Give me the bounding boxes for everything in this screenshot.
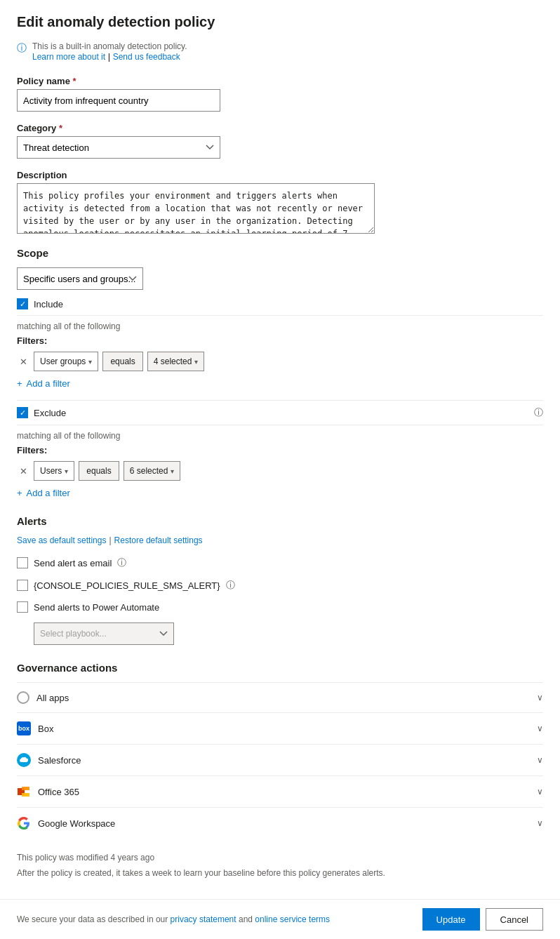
scope-title: Scope bbox=[17, 247, 543, 259]
google-chevron: ∨ bbox=[537, 818, 543, 828]
include-filter-row: ✕ User groups ▾ equals 4 selected ▾ bbox=[17, 352, 543, 371]
include-filter-remove[interactable]: ✕ bbox=[17, 357, 29, 367]
add-filter-label: Add a filter bbox=[27, 378, 70, 389]
filter-value-chevron: ▾ bbox=[194, 358, 198, 366]
description-label: Description bbox=[17, 170, 543, 180]
add-filter-label-2: Add a filter bbox=[27, 488, 70, 498]
plus-icon-2: + bbox=[17, 488, 22, 498]
exclude-label: Exclude bbox=[34, 408, 66, 418]
include-row: ✓ Include bbox=[17, 298, 543, 309]
send-feedback-link[interactable]: Send us feedback bbox=[113, 52, 180, 62]
sms-label: {CONSOLE_POLICIES_RULE_SMS_ALERT} bbox=[34, 580, 220, 591]
alerts-links: Save as default settings | Restore defau… bbox=[17, 535, 543, 545]
exclude-filter-row: ✕ Users ▾ equals 6 selected ▾ bbox=[17, 461, 543, 481]
info-note: After the policy is created, it takes a … bbox=[17, 868, 543, 878]
include-checkbox[interactable]: ✓ bbox=[17, 298, 28, 309]
learn-more-link[interactable]: Learn more about it bbox=[32, 52, 105, 62]
power-automate-label: Send alerts to Power Automate bbox=[34, 602, 159, 613]
svg-rect-1 bbox=[22, 787, 29, 790]
exclude-filter-operator: equals bbox=[79, 461, 119, 481]
alerts-section: Alerts Save as default settings | Restor… bbox=[17, 515, 543, 645]
all-apps-chevron: ∨ bbox=[537, 693, 543, 702]
category-label: Category bbox=[17, 123, 543, 133]
footer-text: We secure your data as described in our … bbox=[17, 914, 330, 924]
alerts-title: Alerts bbox=[17, 515, 543, 527]
box-chevron: ∨ bbox=[537, 724, 543, 733]
plus-icon: + bbox=[17, 378, 22, 389]
sms-info-icon[interactable]: ⓘ bbox=[226, 579, 235, 592]
include-add-filter[interactable]: + Add a filter bbox=[17, 378, 543, 389]
modified-note: This policy was modified 4 years ago bbox=[17, 853, 543, 863]
send-email-label: Send alert as email bbox=[34, 558, 112, 568]
governance-google[interactable]: Google Workspace ∨ bbox=[17, 807, 543, 839]
terms-link[interactable]: online service terms bbox=[255, 914, 330, 924]
include-filters-label: Filters: bbox=[17, 335, 543, 346]
save-default-link[interactable]: Save as default settings bbox=[17, 535, 106, 545]
exclude-row: ✓ Exclude ⓘ bbox=[17, 406, 543, 419]
governance-box[interactable]: box Box ∨ bbox=[17, 712, 543, 744]
google-icon bbox=[17, 816, 31, 830]
send-email-checkbox[interactable] bbox=[17, 557, 28, 568]
info-banner: ⓘ This is a built-in anomaly detection p… bbox=[17, 41, 543, 62]
policy-name-input[interactable] bbox=[17, 89, 220, 112]
exclude-filter-type-chevron: ▾ bbox=[65, 467, 68, 475]
salesforce-chevron: ∨ bbox=[537, 755, 543, 765]
governance-section: Governance actions All apps ∨ box Box ∨ bbox=[17, 662, 543, 878]
svg-rect-2 bbox=[22, 793, 29, 797]
scope-section: Scope Specific users and groups... ✓ Inc… bbox=[17, 247, 543, 498]
power-automate-checkbox[interactable] bbox=[17, 601, 28, 613]
category-group: Category Threat detection bbox=[17, 123, 543, 159]
power-automate-option: Send alerts to Power Automate bbox=[17, 601, 543, 613]
email-info-icon[interactable]: ⓘ bbox=[117, 557, 126, 569]
sms-alert-option: {CONSOLE_POLICIES_RULE_SMS_ALERT} ⓘ bbox=[17, 579, 543, 592]
salesforce-icon bbox=[17, 753, 31, 767]
page-title: Edit anomaly detection policy bbox=[17, 14, 543, 30]
restore-default-link[interactable]: Restore default settings bbox=[114, 535, 203, 545]
include-filter-type[interactable]: User groups ▾ bbox=[34, 352, 98, 371]
exclude-filter-remove[interactable]: ✕ bbox=[17, 466, 29, 477]
include-label: Include bbox=[34, 299, 63, 309]
governance-office365[interactable]: Office 365 ∨ bbox=[17, 775, 543, 807]
footer-bar: We secure your data as described in our … bbox=[0, 899, 560, 939]
all-apps-label: All apps bbox=[36, 693, 69, 703]
policy-name-label: Policy name bbox=[17, 76, 543, 86]
box-icon: box bbox=[17, 721, 31, 735]
exclude-checkbox[interactable]: ✓ bbox=[17, 407, 28, 418]
playbook-select[interactable]: Select playbook... bbox=[34, 622, 174, 645]
google-label: Google Workspace bbox=[38, 818, 115, 829]
include-matching-label: matching all of the following bbox=[17, 321, 543, 331]
send-email-option: Send alert as email ⓘ bbox=[17, 557, 543, 569]
office365-chevron: ∨ bbox=[537, 787, 543, 797]
filter-type-chevron: ▾ bbox=[88, 358, 92, 366]
description-group: Description This policy profiles your en… bbox=[17, 170, 543, 236]
policy-name-group: Policy name bbox=[17, 76, 543, 112]
all-apps-icon bbox=[17, 691, 29, 704]
salesforce-label: Salesforce bbox=[38, 755, 81, 766]
governance-salesforce[interactable]: Salesforce ∨ bbox=[17, 744, 543, 775]
exclude-filter-value-chevron: ▾ bbox=[171, 467, 174, 475]
governance-title: Governance actions bbox=[17, 662, 543, 674]
include-filter-operator: equals bbox=[102, 352, 142, 371]
office365-icon bbox=[17, 785, 31, 799]
cancel-button[interactable]: Cancel bbox=[486, 908, 543, 931]
scope-dropdown[interactable]: Specific users and groups... bbox=[17, 267, 143, 290]
category-select[interactable]: Threat detection bbox=[17, 136, 220, 159]
checkmark-icon: ✓ bbox=[20, 300, 26, 308]
exclude-filters-label: Filters: bbox=[17, 445, 543, 455]
update-button[interactable]: Update bbox=[422, 908, 480, 931]
info-icon: ⓘ bbox=[17, 42, 27, 55]
exclude-filter-value[interactable]: 6 selected ▾ bbox=[124, 461, 181, 481]
box-label: Box bbox=[38, 724, 53, 734]
governance-all-apps[interactable]: All apps ∨ bbox=[17, 682, 543, 712]
include-filter-value[interactable]: 4 selected ▾ bbox=[147, 352, 205, 371]
exclude-filter-type[interactable]: Users ▾ bbox=[34, 461, 74, 481]
info-banner-text: This is a built-in anomaly detection pol… bbox=[32, 41, 187, 51]
privacy-link[interactable]: privacy statement bbox=[171, 914, 236, 924]
exclude-add-filter[interactable]: + Add a filter bbox=[17, 488, 543, 498]
description-textarea[interactable]: This policy profiles your environment an… bbox=[17, 183, 375, 234]
checkmark-icon-2: ✓ bbox=[20, 409, 26, 417]
exclude-info-icon[interactable]: ⓘ bbox=[534, 406, 543, 419]
footer-actions: Update Cancel bbox=[422, 908, 543, 931]
exclude-matching-label: matching all of the following bbox=[17, 431, 543, 441]
sms-checkbox[interactable] bbox=[17, 580, 28, 591]
